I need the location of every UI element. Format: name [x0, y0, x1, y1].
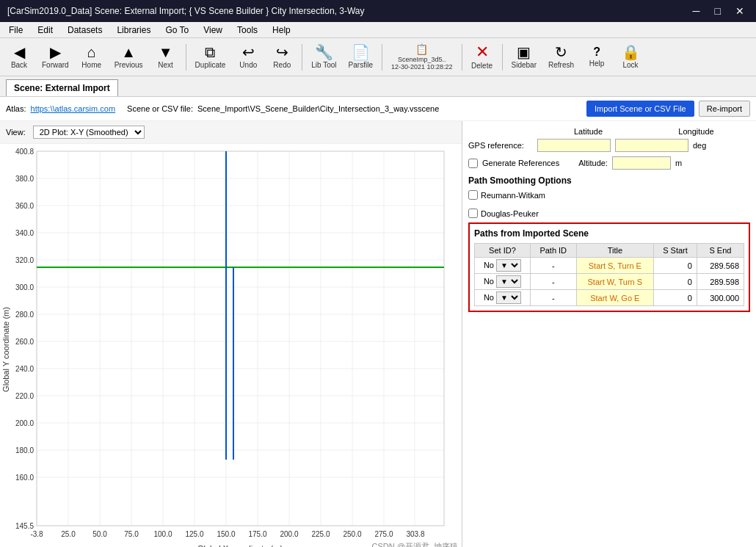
menu-edit[interactable]: Edit	[32, 23, 59, 37]
toolbar-sep5	[502, 44, 503, 70]
redo-button[interactable]: ↪ Redo	[266, 40, 298, 74]
next-icon: ▼	[159, 45, 173, 59]
duplicate-label: Duplicate	[195, 61, 226, 69]
close-button[interactable]: ✕	[731, 5, 749, 17]
svg-text:145.5: 145.5	[15, 522, 34, 530]
menu-goto[interactable]: Go To	[159, 23, 195, 37]
scene-tab[interactable]: Scene: External Import	[6, 79, 118, 96]
altitude-input[interactable]	[612, 156, 671, 170]
help-button[interactable]: ? Help	[581, 40, 613, 74]
table-row: No ▼ - Start S, Turn E 0 289.568	[475, 258, 744, 274]
svg-text:200.0: 200.0	[15, 419, 34, 427]
row3-s-start: 0	[654, 290, 697, 306]
paths-title: Paths from Imported Scene	[474, 228, 744, 239]
row3-set-id: No ▼	[475, 290, 531, 306]
refresh-button[interactable]: ↻ Refresh	[543, 40, 579, 74]
next-button[interactable]: ▼ Next	[150, 40, 182, 74]
svg-text:125.0: 125.0	[185, 530, 203, 538]
row3-set-id-select[interactable]: ▼	[496, 291, 521, 304]
undo-button[interactable]: ↩ Undo	[232, 40, 264, 74]
refresh-label: Refresh	[548, 61, 574, 69]
plot-container: Global Y coordinate (m)	[0, 144, 462, 547]
douglas-checkbox[interactable]	[468, 209, 478, 218]
menu-libraries[interactable]: Libraries	[111, 23, 156, 37]
row2-s-end: 289.598	[697, 274, 744, 290]
douglas-label: Douglas-Peuker	[481, 209, 539, 218]
atlas-label: Atlas:	[6, 104, 26, 113]
altitude-unit: m	[675, 159, 682, 167]
col-title: Title	[576, 244, 653, 258]
delete-button[interactable]: ✕ Delete	[466, 40, 498, 74]
svg-text:380.0: 380.0	[15, 175, 34, 183]
forward-button[interactable]: ▶ Forward	[37, 40, 74, 74]
svg-text:340.0: 340.0	[15, 229, 34, 237]
undo-icon: ↩	[242, 45, 255, 59]
menu-datasets[interactable]: Datasets	[62, 23, 108, 37]
toolbar-sep3	[382, 44, 382, 70]
svg-text:150.0: 150.0	[217, 530, 235, 538]
parsfile-icon: 📄	[352, 45, 370, 59]
menu-bar: File Edit Datasets Libraries Go To View …	[0, 22, 756, 38]
home-button[interactable]: ⌂ Home	[76, 40, 108, 74]
parsfile-button[interactable]: 📄 Parsfile	[344, 40, 378, 74]
previous-button[interactable]: ▲ Previous	[109, 40, 148, 74]
row1-s-end: 289.568	[697, 258, 744, 274]
menu-view[interactable]: View	[197, 23, 228, 37]
lock-button[interactable]: 🔒 Lock	[614, 40, 647, 74]
toolbar-sep1	[186, 44, 186, 70]
svg-text:180.0: 180.0	[15, 446, 34, 454]
minimize-button[interactable]: ─	[688, 5, 705, 17]
gps-lat-input[interactable]	[537, 139, 611, 152]
smoothing-title: Path Smoothing Options	[468, 175, 750, 186]
sidebar-icon: ▣	[517, 45, 531, 59]
row1-set-id-select[interactable]: ▼	[496, 259, 521, 272]
svg-text:200.0: 200.0	[280, 530, 298, 538]
maximize-button[interactable]: □	[710, 5, 725, 17]
svg-text:160.0: 160.0	[15, 474, 34, 482]
row2-set-id-select[interactable]: ▼	[496, 275, 521, 288]
gps-row: GPS reference: deg	[468, 139, 750, 152]
gen-references-checkbox[interactable]	[468, 159, 478, 168]
gen-references-label: Generate References	[482, 159, 559, 167]
svg-text:300.0: 300.0	[15, 283, 34, 291]
latitude-header: Latitude	[534, 127, 642, 136]
svg-text:50.0: 50.0	[92, 530, 107, 538]
gen-references-row: Generate References Altitude: m	[468, 156, 750, 170]
svg-text:Global Y coordinate (m): Global Y coordinate (m)	[1, 307, 10, 392]
reumann-checkbox[interactable]	[468, 190, 478, 200]
menu-file[interactable]: File	[3, 23, 29, 37]
row2-set-id: No ▼	[475, 274, 531, 290]
lib-tool-button[interactable]: 🔧 Lib Tool	[306, 40, 341, 74]
menu-help[interactable]: Help	[266, 23, 297, 37]
toolbar: ◀ Back ▶ Forward ⌂ Home ▲ Previous ▼ Nex…	[0, 38, 756, 76]
col-s-start: S Start	[654, 244, 697, 258]
longitude-header: Longitude	[642, 127, 750, 136]
menu-tools[interactable]: Tools	[231, 23, 263, 37]
toolbar-sep2	[302, 44, 302, 70]
undo-label: Undo	[239, 61, 257, 69]
view-select[interactable]: 2D Plot: X-Y (Smoothed)	[33, 126, 145, 139]
view-label: View:	[6, 128, 26, 137]
svg-text:260.0: 260.0	[15, 338, 34, 346]
col-path-id: Path ID	[530, 244, 576, 258]
douglas-row: Douglas-Peuker	[468, 209, 750, 218]
previous-icon: ▲	[121, 45, 136, 59]
row2-s-start: 0	[654, 274, 697, 290]
smoothing-section: Path Smoothing Options Reumann-Witkam	[468, 175, 750, 200]
sceneimp-button[interactable]: 📋 SceneImp_3d5.. 12-30-2021 10:28:22	[386, 40, 458, 74]
paths-table: Set ID? Path ID Title S Start S End No ▼	[474, 243, 744, 306]
gps-lon-input[interactable]	[615, 139, 688, 152]
csv-file-label: Scene or CSV file:	[127, 104, 193, 113]
reumann-row: Reumann-Witkam	[468, 190, 750, 200]
sidebar-button[interactable]: ▣ Sidebar	[506, 40, 542, 74]
atlas-link[interactable]: https:\\atlas.carsim.com	[31, 104, 116, 113]
reimport-button[interactable]: Re-import	[699, 101, 750, 117]
row1-title: Start S, Turn E	[576, 258, 653, 274]
duplicate-button[interactable]: ⧉ Duplicate	[190, 40, 231, 74]
back-button[interactable]: ◀ Back	[3, 40, 35, 74]
forward-icon: ▶	[50, 45, 61, 59]
back-icon: ◀	[14, 45, 25, 59]
parsfile-label: Parsfile	[349, 61, 373, 69]
import-scene-button[interactable]: Import Scene or CSV File	[586, 101, 694, 117]
home-label: Home	[81, 61, 101, 69]
